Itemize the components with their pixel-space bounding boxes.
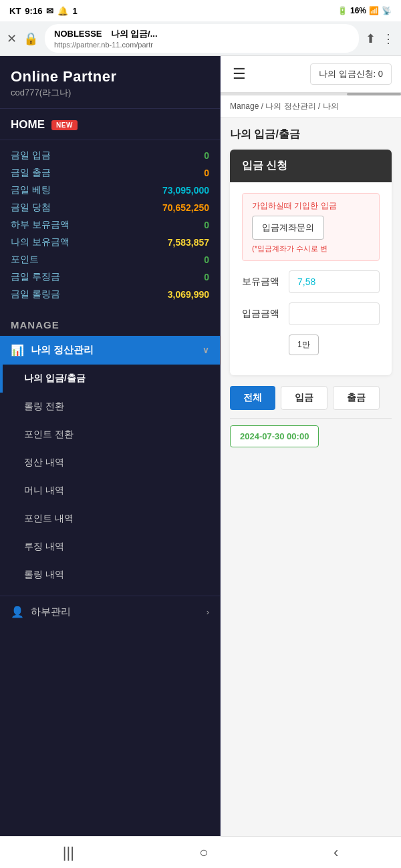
notification-icon: 🔔: [57, 6, 68, 16]
stat-item-withdraw: 금일 출금 0: [11, 164, 209, 182]
battery-level: 16%: [350, 6, 366, 15]
submenu-label-deposit: 나의 입금/출금: [24, 373, 86, 385]
new-badge: NEW: [51, 120, 78, 130]
signal-icon: 📡: [382, 6, 392, 15]
home-label: HOME NEW: [11, 118, 209, 132]
submenu-item-point-history[interactable]: 포인트 내역: [0, 505, 220, 533]
stat-label-winning: 금일 당첨: [11, 202, 51, 214]
nav-back-icon[interactable]: ‹: [320, 839, 352, 867]
stat-value-losing: 0: [204, 272, 209, 282]
nav-menu-icon[interactable]: |||: [49, 839, 88, 867]
deposit-row: 입금금액: [242, 302, 380, 325]
main-container: Online Partner cod777(라그나) HOME NEW 금일 입…: [0, 56, 401, 836]
close-icon[interactable]: ✕: [7, 31, 17, 46]
right-panel: ☰ 나의 입금신청: 0 Manage / 나의 정산관리 / 나의 나의 입금…: [221, 56, 401, 836]
content-area: 나의 입금/출금 입금 신청 가입하실때 기입한 입금 입금계좌문의 (*입금계…: [221, 118, 401, 836]
stat-label-losing: 금일 루징금: [11, 271, 60, 283]
balance-label: 보유금액: [242, 276, 282, 288]
deposit-input[interactable]: [289, 302, 380, 325]
stat-label-rolling: 금일 롤링금: [11, 288, 60, 300]
stat-item-losing: 금일 루징금 0: [11, 268, 209, 286]
status-bar: KT 9:16 ✉ 🔔 1 🔋 16% 📶 📡: [0, 0, 401, 21]
submenu-label-point-history: 포인트 내역: [24, 513, 74, 525]
account-btn[interactable]: 입금계좌문의: [252, 216, 324, 240]
filter-row: 전체 입금 출금: [230, 386, 392, 410]
filter-btn-deposit[interactable]: 입금: [281, 386, 327, 410]
stat-item-deposit: 금일 입금 0: [11, 147, 209, 164]
stat-item-my-balance: 나의 보유금액 7,583,857: [11, 234, 209, 251]
person-icon: 👤: [11, 606, 24, 618]
submenu-label-losing: 루징 내역: [24, 541, 64, 553]
stat-label-my-balance: 나의 보유금액: [11, 236, 70, 248]
date-row: 2024-07-30 00:00: [230, 418, 392, 454]
stat-label-withdraw: 금일 출금: [11, 167, 51, 179]
filter-btn-all[interactable]: 전체: [230, 386, 275, 410]
stat-value-withdraw: 0: [204, 168, 209, 178]
stat-value-points: 0: [204, 254, 209, 265]
submenu-item-money-history[interactable]: 머니 내역: [0, 477, 220, 505]
share-icon[interactable]: ⬆: [366, 31, 376, 46]
stat-item-winning: 금일 당첨 70,652,250: [11, 199, 209, 216]
stat-value-betting: 73,095,000: [162, 185, 209, 196]
submenu-label-rolling-history: 롤링 내역: [24, 569, 64, 581]
menu-item-manage[interactable]: 📊 나의 정산관리 ∨: [0, 336, 220, 365]
more-icon[interactable]: ⋮: [382, 31, 394, 46]
stat-item-betting: 금일 베팅 73,095,000: [11, 182, 209, 199]
email-icon: ✉: [46, 6, 53, 16]
submenu-item-point-convert[interactable]: 포인트 전환: [0, 421, 220, 449]
url-box[interactable]: NOBLESSE 나의 입금/... https://partner.nb-11…: [45, 24, 359, 53]
chevron-right-icon: ›: [207, 607, 209, 617]
submenu-label-settle: 정산 내역: [24, 457, 64, 469]
page-title: NOBLESSE 나의 입금/...: [54, 28, 350, 40]
home-text: HOME: [11, 118, 45, 132]
quick-btn-1man[interactable]: 1만: [289, 335, 319, 355]
deposit-badge: 나의 입금신청: 0: [310, 63, 392, 85]
submenu-item-settle-history[interactable]: 정산 내역: [0, 449, 220, 477]
sidebar-username: cod777(라그나): [11, 87, 209, 99]
stat-label-deposit: 금일 입금: [11, 150, 51, 162]
battery-icon: 🔋: [338, 6, 348, 15]
stat-value-sub-balance: 0: [204, 220, 209, 230]
balance-row: 보유금액 7,58: [242, 270, 380, 293]
filter-btn-withdraw[interactable]: 출금: [333, 386, 380, 410]
deposit-label: 입금금액: [242, 308, 282, 320]
submenu-item-deposit-withdraw[interactable]: 나의 입금/출금: [0, 365, 220, 393]
chevron-down-icon: ∨: [203, 345, 209, 355]
stat-value-my-balance: 7,583,857: [168, 237, 209, 248]
sidebar-header: Online Partner cod777(라그나): [0, 56, 220, 109]
deposit-card-header: 입금 신청: [230, 150, 392, 182]
manage-section: MANAGE 📊 나의 정산관리 ∨ 나의 입금/출금 롤링 전환 포인트 전환…: [0, 307, 220, 596]
nav-home-icon[interactable]: ○: [186, 839, 221, 867]
stat-label-sub-balance: 하부 보유금액: [11, 219, 70, 231]
right-header-bar: ☰ 나의 입금신청: 0: [221, 56, 401, 93]
status-left: KT 9:16 ✉ 🔔 1: [9, 6, 78, 16]
deposit-card-body: 가입하실때 기입한 입금 입금계좌문의 (*입금계좌가 수시로 변 보유금액 7…: [230, 182, 392, 375]
hamburger-button[interactable]: ☰: [230, 63, 249, 85]
bottom-menu-sub[interactable]: 👤 하부관리 ›: [0, 596, 220, 628]
submenu-item-rolling-convert[interactable]: 롤링 전환: [0, 393, 220, 421]
sidebar: Online Partner cod777(라그나) HOME NEW 금일 입…: [0, 56, 221, 836]
submenu-item-losing-history[interactable]: 루징 내역: [0, 533, 220, 561]
notice-box: 가입하실때 기입한 입금 입금계좌문의 (*입금계좌가 수시로 변: [242, 193, 380, 261]
submenu-label-money: 머니 내역: [24, 485, 64, 497]
stat-value-deposit: 0: [204, 150, 209, 161]
stat-value-winning: 70,652,250: [162, 202, 209, 213]
stat-list: 금일 입금 0 금일 출금 0 금일 베팅 73,095,000 금일 당첨 7…: [0, 140, 220, 307]
scroll-indicator: [221, 93, 401, 95]
bottom-menu-label: 하부관리: [31, 606, 71, 618]
status-right: 🔋 16% 📶 📡: [338, 6, 392, 15]
deposit-card: 입금 신청 가입하실때 기입한 입금 입금계좌문의 (*입금계좌가 수시로 변 …: [230, 150, 392, 375]
bottom-nav: ||| ○ ‹: [0, 836, 401, 868]
wifi-icon: 📶: [369, 6, 379, 15]
manage-icon: 📊: [11, 344, 24, 357]
manage-header: MANAGE: [0, 314, 220, 336]
notice-text: 가입하실때 기입한 입금: [252, 200, 370, 212]
submenu-item-rolling-history[interactable]: 롤링 내역: [0, 561, 220, 589]
stat-item-points: 포인트 0: [11, 251, 209, 268]
sidebar-logo: Online Partner: [11, 68, 209, 85]
date-badge: 2024-07-30 00:00: [230, 425, 319, 447]
breadcrumb: Manage / 나의 정산관리 / 나의: [221, 95, 401, 118]
section-title: 나의 입금/출금: [230, 128, 392, 142]
stat-value-rolling: 3,069,990: [168, 289, 209, 300]
stat-item-sub-balance: 하부 보유금액 0: [11, 216, 209, 234]
